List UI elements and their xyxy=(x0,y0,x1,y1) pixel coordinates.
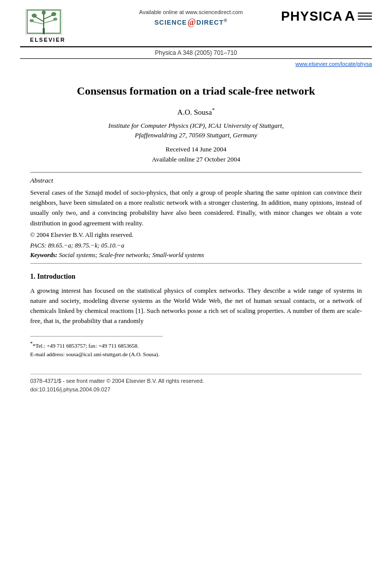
svg-point-8 xyxy=(30,19,34,22)
svg-line-5 xyxy=(44,20,54,23)
abstract-copyright: © 2004 Elsevier B.V. All rights reserved… xyxy=(30,231,362,239)
paper-affiliation: Institute for Computer Physics (ICP), IC… xyxy=(30,121,362,140)
affiliation-line1: Institute for Computer Physics (ICP), IC… xyxy=(109,122,284,129)
keywords-values: Social systems; Scale-free networks; Sma… xyxy=(59,252,204,259)
svg-line-2 xyxy=(35,17,44,22)
elsevier-tree-icon xyxy=(25,9,70,35)
header: ELSEVIER Available online at www.science… xyxy=(0,0,392,67)
sd-science-text: SCIENCE xyxy=(154,19,187,26)
keywords-line: Keywords: Social systems; Scale-free net… xyxy=(30,252,362,259)
header-divider-bottom xyxy=(20,58,372,59)
header-top: ELSEVIER Available online at www.science… xyxy=(20,9,372,43)
footnote-star-text: **Tel.: +49 711 6853757; fax: +49 711 68… xyxy=(30,340,362,350)
sd-at-icon: @ xyxy=(187,17,196,28)
journal-url: www.elsevier.com/locate/physa xyxy=(296,61,372,67)
paper-dates: Received 14 June 2004 Available online 2… xyxy=(30,144,362,166)
header-divider-top xyxy=(20,46,372,47)
svg-line-4 xyxy=(33,22,44,24)
available-date: Available online 27 October 2004 xyxy=(152,155,240,163)
pacs-line: PACS: 89.65.−a; 89.75.−k; 05.10.−a xyxy=(30,242,362,250)
footnote-email-text: E-mail address: sousa@ica1.uni-stuttgart… xyxy=(30,350,362,359)
svg-point-7 xyxy=(51,12,56,16)
keywords-label: Keywords: xyxy=(30,252,57,259)
intro-text-1: A growing interest has focused on the st… xyxy=(30,287,362,324)
center-header: Available online at www.sciencedirect.co… xyxy=(75,9,307,30)
intro-paragraph-1: A growing interest has focused on the st… xyxy=(30,286,362,327)
elsevier-label: ELSEVIER xyxy=(30,37,65,43)
svg-point-6 xyxy=(32,14,37,18)
physica-lines-decoration xyxy=(358,12,372,21)
physica-text: PHYSICA xyxy=(281,10,343,23)
physica-a-letter: A xyxy=(345,9,356,23)
affiliation-line2: Pfaffenwaldring 27, 70569 Stuttgart, Ger… xyxy=(135,131,257,139)
paper-authors: A.O. Sousa* xyxy=(30,107,362,117)
svg-point-9 xyxy=(53,18,57,21)
abstract-text: Several cases of the Sznajd model of soc… xyxy=(30,188,362,228)
section-intro-heading: 1. Introduction xyxy=(30,273,362,281)
page: ELSEVIER Available online at www.science… xyxy=(0,0,392,570)
svg-line-3 xyxy=(44,15,53,19)
received-date: Received 14 June 2004 xyxy=(166,145,227,153)
paper-title: Consensus formation on a triad scale-fre… xyxy=(30,84,362,99)
abstract-heading: Abstract xyxy=(30,177,362,185)
journal-info: Physica A 348 (2005) 701–710 xyxy=(155,49,237,56)
physica-title: PHYSICA A xyxy=(281,9,372,23)
footer-divider xyxy=(30,374,362,374)
available-online-text: Available online at www.sciencedirect.co… xyxy=(139,9,243,15)
sciencedirect-logo: SCIENCE @ DIRECT® xyxy=(154,17,228,28)
footer-issn: 0378-4371/$ - see front matter © 2004 El… xyxy=(30,377,362,385)
physica-logo: PHYSICA A xyxy=(307,9,372,23)
abstract-top-divider xyxy=(30,172,362,173)
footnote-divider xyxy=(30,336,163,337)
footnote-tel-fax: *Tel.: +49 711 6853757; fax: +49 711 685… xyxy=(33,343,139,349)
pacs-text: PACS: 89.65.−a; 89.75.−k; 05.10.−a xyxy=(30,242,124,249)
footer-doi: doi:10.1016/j.physa.2004.09.027 xyxy=(30,385,362,394)
footer-section: 0378-4371/$ - see front matter © 2004 El… xyxy=(0,374,392,393)
footnote-email: E-mail address: sousa@ica1.uni-stuttgart… xyxy=(30,351,159,357)
author-footnote-marker: * xyxy=(212,107,215,113)
main-content: Consensus formation on a triad scale-fre… xyxy=(0,67,392,369)
svg-point-10 xyxy=(42,11,46,15)
abstract-bottom-divider xyxy=(30,263,362,264)
author-name: A.O. Sousa xyxy=(177,108,212,116)
sd-direct-text: DIRECT® xyxy=(197,18,228,26)
elsevier-logo: ELSEVIER xyxy=(20,9,75,43)
